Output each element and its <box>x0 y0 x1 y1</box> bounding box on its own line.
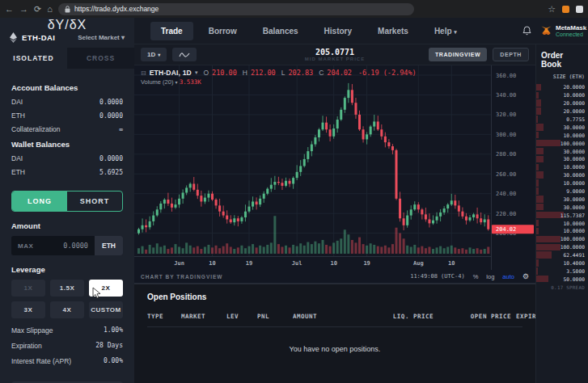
tab-borrow[interactable]: Borrow <box>198 22 247 40</box>
order-size: 10.0000 <box>536 164 588 170</box>
candlestick-chart-canvas[interactable]: 360.00340.00320.00300.00280.00260.00240.… <box>134 65 535 270</box>
order-book-row[interactable]: 10.0000 <box>536 131 588 139</box>
interval-dropdown[interactable]: 1D ▾ <box>141 48 167 61</box>
order-size: 62.4491 <box>536 252 588 258</box>
svg-text:Aug: Aug <box>413 260 424 267</box>
order-book-row[interactable]: 0.7755 <box>536 116 588 124</box>
select-market-button[interactable]: Select Market ▾ <box>78 34 125 41</box>
order-book-row[interactable]: 30.0000 <box>536 123 588 131</box>
order-book-row[interactable]: 30.0000 <box>536 195 588 203</box>
order-size: 30.0000 <box>536 204 588 210</box>
depth-toggle-button[interactable]: DEPTH <box>493 48 529 61</box>
balance-row: ETH 5.6925 <box>11 168 123 176</box>
balance-row: DAI 0.0000 <box>11 98 123 106</box>
leverage-3x-button[interactable]: 3X <box>11 301 45 318</box>
chart-clock[interactable]: 11:49:08 (UTC-4) <box>410 273 464 280</box>
leverage-custom-button[interactable]: CUSTOM <box>89 301 123 318</box>
back-icon[interactable]: ← <box>5 5 14 14</box>
col-liq-price: LIQ. PRICE <box>362 313 440 320</box>
order-book-row[interactable]: 30.0000 <box>536 203 588 211</box>
tradingview-toggle-button[interactable]: TRADINGVIEW <box>429 48 487 61</box>
chart-footer: CHART BY TRADINGVIEW 11:49:08 (UTC-4) % … <box>134 270 535 284</box>
order-book-row[interactable]: 20.0000 <box>536 99 588 107</box>
order-book-row[interactable]: 30.0000 <box>536 155 588 163</box>
order-book-row[interactable]: 62.4491 <box>536 251 588 259</box>
leverage-2x-button[interactable]: 2X <box>89 280 123 297</box>
order-size: 20.0000 <box>536 100 588 106</box>
leverage-4x-button[interactable]: 4X <box>50 301 84 318</box>
max-button[interactable]: MAX <box>11 242 40 250</box>
percent-scale-button[interactable]: % <box>473 273 479 280</box>
forward-icon[interactable]: → <box>19 5 28 14</box>
amount-input[interactable]: MAX 0.0000 ETH <box>11 236 123 255</box>
order-book-row[interactable]: 10.4000 <box>536 259 588 267</box>
legend-collapse-icon[interactable]: ⊟ <box>141 69 146 77</box>
order-book-row[interactable]: 9.0000 <box>536 187 588 196</box>
amount-value[interactable]: 0.0000 <box>40 242 95 250</box>
tab-help[interactable]: Help ▾ <box>424 22 467 40</box>
order-book-row[interactable]: 3.5000 <box>536 267 588 275</box>
metamask-fox-icon <box>541 26 552 36</box>
long-button[interactable]: LONG <box>12 192 67 211</box>
amount-label: Amount <box>11 221 123 230</box>
order-book-row[interactable]: 115.7387 <box>536 211 588 219</box>
market-selector-row[interactable]: ETH-DAI Select Market ▾ <box>0 32 134 43</box>
chart-style-button[interactable] <box>172 48 197 61</box>
address-bar[interactable]: https://trade.dydx.exchange <box>58 3 414 15</box>
order-size: 100.0000 <box>536 141 588 146</box>
chevron-down-icon[interactable]: ▾ <box>176 80 178 85</box>
notifications-bell-icon[interactable] <box>522 26 531 36</box>
reload-icon[interactable]: ⟳ <box>34 5 41 14</box>
svg-text:204.02: 204.02 <box>496 226 516 233</box>
tradingview-credit[interactable]: CHART BY TRADINGVIEW <box>141 274 223 280</box>
order-book-row[interactable]: 30.0000 <box>536 147 588 155</box>
svg-text:Jul: Jul <box>292 260 302 267</box>
metamask-extension-icon[interactable] <box>562 6 569 13</box>
order-book-row[interactable]: 50.0000 <box>536 275 588 283</box>
order-book-row[interactable]: 100.0000 <box>536 139 588 147</box>
bookmark-star-icon[interactable]: ☆ <box>548 5 556 14</box>
price-chart[interactable]: ⊟ ETH-DAI, 1D ▾ O210.00 H212.00 L202.83 … <box>134 65 535 270</box>
wallet-chip[interactable]: MetaMask Connected <box>541 24 588 37</box>
short-button[interactable]: SHORT <box>67 192 122 211</box>
tab-trade[interactable]: Trade <box>150 22 193 40</box>
auto-scale-button[interactable]: auto <box>502 273 514 280</box>
tab-isolated[interactable]: ISOLATED <box>0 48 67 69</box>
svg-text:220.00: 220.00 <box>496 211 516 217</box>
order-book-row[interactable]: 10.0000 <box>536 91 588 99</box>
dydx-logo[interactable]: δY/δX <box>0 18 134 32</box>
tab-history[interactable]: History <box>314 22 362 40</box>
order-size: 20.0000 <box>536 108 588 114</box>
leverage-1-5x-button[interactable]: 1.5X <box>50 280 84 297</box>
order-size: 50.0000 <box>536 276 588 282</box>
order-book-row[interactable]: 20.0000 <box>536 107 588 116</box>
extension-icon[interactable] <box>576 6 583 13</box>
tab-markets[interactable]: Markets <box>367 22 419 40</box>
gear-icon[interactable]: ⚙ <box>522 272 529 280</box>
ohlc-change: -6.19 (-2.94%) <box>358 69 417 77</box>
order-book-row[interactable]: 30.0000 <box>536 171 588 179</box>
tab-balances[interactable]: Balances <box>252 22 309 40</box>
order-book-row[interactable]: 10.0000 <box>536 227 588 235</box>
order-book-row[interactable]: 10.0000 <box>536 163 588 171</box>
wallet-balances-title: Wallet Balances <box>11 140 123 149</box>
order-book-panel: Order Book SIZE (ETH) 20.000010.000020.0… <box>535 44 588 383</box>
svg-text:300.00: 300.00 <box>496 132 516 138</box>
order-book-row[interactable]: 20.0000 <box>536 83 588 91</box>
order-size: 10.4000 <box>536 260 588 266</box>
order-book-row[interactable]: 100.0000 <box>536 243 588 251</box>
order-book-row[interactable]: 10.0000 <box>536 179 588 187</box>
account-balances-title: Account Balances <box>11 83 123 92</box>
order-book-row[interactable]: 100.0000 <box>536 235 588 243</box>
leverage-1x-button[interactable]: 1X <box>11 280 45 297</box>
order-book-row[interactable]: 10.0000 <box>536 219 588 227</box>
balance-row: ETH 0.0000 <box>11 112 123 120</box>
ohlc-close: 204.02 <box>327 69 352 77</box>
svg-text:260.00: 260.00 <box>496 171 516 178</box>
ohlc-open: 210.00 <box>212 69 237 77</box>
tab-cross[interactable]: CROSS <box>67 48 134 69</box>
home-icon[interactable]: ⌂ <box>47 5 53 14</box>
chevron-down-icon[interactable]: ▾ <box>195 69 198 76</box>
log-scale-button[interactable]: log <box>486 273 494 280</box>
svg-text:340.00: 340.00 <box>496 92 516 99</box>
